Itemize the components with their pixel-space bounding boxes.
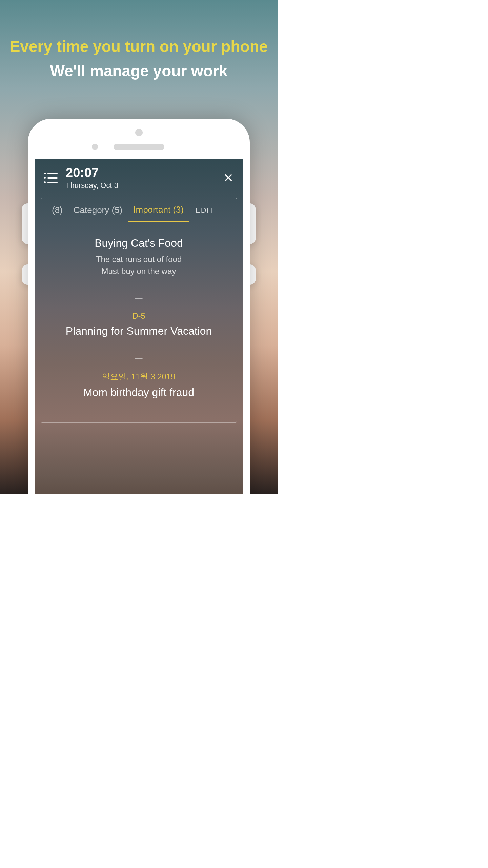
close-icon[interactable]: ✕ — [223, 172, 233, 184]
entry-badge: 일요일, 11월 3 2019 — [46, 371, 231, 382]
promo-subhead: We'll manage your work — [0, 62, 278, 80]
phone-frame: 20:07 Thursday, Oct 3 ✕ (8) Category (5)… — [28, 119, 250, 494]
list-item[interactable]: Buying Cat's Food The cat runs out of fo… — [46, 237, 231, 288]
lock-screen: 20:07 Thursday, Oct 3 ✕ (8) Category (5)… — [35, 159, 243, 494]
header: 20:07 Thursday, Oct 3 ✕ — [35, 159, 243, 196]
list-item[interactable]: 일요일, 11월 3 2019 Mom birthday gift fraud — [46, 371, 231, 409]
task-panel: (8) Category (5) Important (3) EDIT Buyi… — [41, 198, 237, 423]
tab-all[interactable]: (8) — [46, 205, 68, 221]
date-text: Thursday, Oct 3 — [66, 181, 215, 190]
list-item[interactable]: D-5 Planning for Summer Vacation — [46, 311, 231, 348]
tab-category[interactable]: Category (5) — [68, 205, 128, 221]
entry-subtitle: The cat runs out of foodMust buy on the … — [46, 254, 231, 277]
promo-text: Every time you turn on your phone We'll … — [0, 37, 278, 80]
entry-list: Buying Cat's Food The cat runs out of fo… — [46, 222, 231, 409]
tab-important[interactable]: Important (3) — [128, 204, 189, 222]
divider: — — [46, 348, 231, 371]
phone-speaker — [114, 144, 164, 150]
entry-title: Planning for Summer Vacation — [46, 325, 231, 337]
tab-bar: (8) Category (5) Important (3) EDIT — [46, 198, 231, 222]
promo-headline: Every time you turn on your phone — [0, 37, 278, 56]
tab-separator — [191, 205, 191, 215]
list-icon[interactable] — [44, 172, 58, 184]
time-text: 20:07 — [66, 166, 215, 179]
edit-button[interactable]: EDIT — [194, 206, 216, 221]
entry-title: Buying Cat's Food — [46, 237, 231, 250]
clock: 20:07 Thursday, Oct 3 — [66, 166, 215, 190]
divider: — — [46, 288, 231, 311]
phone-camera — [135, 129, 143, 136]
entry-title: Mom birthday gift fraud — [46, 386, 231, 399]
entry-badge: D-5 — [46, 311, 231, 321]
